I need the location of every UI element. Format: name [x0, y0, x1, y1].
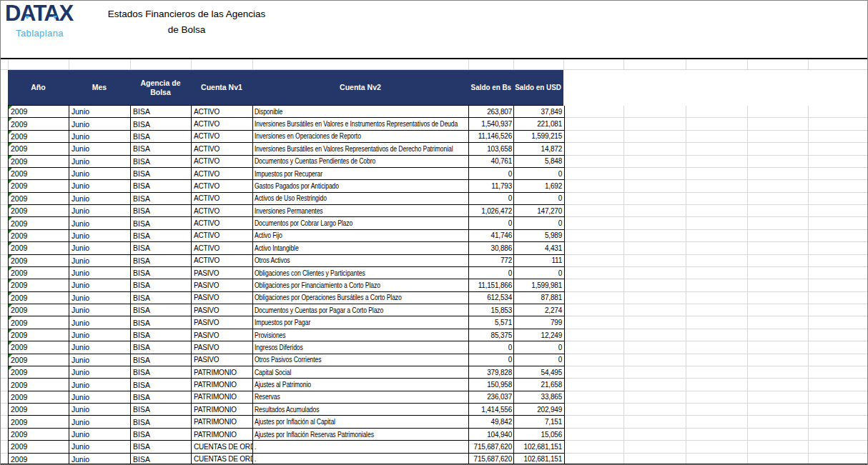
- cell-agencia[interactable]: BISA: [131, 441, 192, 452]
- cell-agencia[interactable]: BISA: [131, 193, 192, 204]
- cell-mes[interactable]: Junio: [69, 205, 131, 216]
- cell-nv1[interactable]: ACTIVO: [192, 168, 253, 179]
- cell-usd[interactable]: 0: [514, 193, 564, 204]
- cell-usd[interactable]: 37,849: [514, 106, 564, 117]
- cell-ano[interactable]: 2009: [9, 292, 69, 304]
- cell-usd[interactable]: 1,599,215: [514, 131, 564, 142]
- cell-nv1[interactable]: PATRIMONIO: [192, 379, 253, 390]
- sheet-grid[interactable]: 2009JunioBISAACTIVODisponible263,80737,8…: [1, 106, 867, 465]
- column-header-saldo-bs[interactable]: Saldo en Bs: [468, 70, 513, 105]
- cell-agencia[interactable]: BISA: [131, 267, 192, 279]
- cell-agencia[interactable]: BISA: [131, 316, 192, 328]
- cell-mes[interactable]: Junio: [69, 391, 131, 403]
- cell-nv2[interactable]: .: [253, 441, 469, 452]
- cell-nv1[interactable]: ACTIVO: [192, 118, 253, 129]
- cell-nv1[interactable]: PASIVO: [192, 329, 253, 341]
- cell-agencia[interactable]: BISA: [131, 156, 192, 167]
- cell-mes[interactable]: Junio: [69, 354, 131, 366]
- cell-mes[interactable]: Junio: [69, 404, 131, 415]
- cell-ano[interactable]: 2009: [9, 217, 69, 229]
- cell-usd[interactable]: 221,081: [514, 118, 564, 129]
- cell-nv2[interactable]: Impuestos por Recuperar: [253, 168, 469, 179]
- cell-usd[interactable]: 799: [514, 316, 564, 328]
- cell-mes[interactable]: Junio: [69, 416, 131, 427]
- cell-usd[interactable]: 5,989: [514, 230, 564, 241]
- cell-agencia[interactable]: BISA: [131, 168, 192, 179]
- cell-usd[interactable]: 0: [514, 341, 564, 353]
- cell-usd[interactable]: 54,495: [514, 366, 564, 378]
- cell-ano[interactable]: 2009: [9, 131, 69, 142]
- cell-bs[interactable]: 0: [469, 354, 514, 366]
- cell-nv1[interactable]: PATRIMONIO: [192, 429, 253, 440]
- cell-mes[interactable]: Junio: [69, 329, 131, 341]
- cell-bs[interactable]: 715,687,620: [469, 441, 514, 452]
- cell-ano[interactable]: 2009: [9, 143, 69, 154]
- cell-usd[interactable]: 111: [514, 255, 564, 266]
- cell-nv2[interactable]: Documentos y Cuentas por Pagar a Corto P…: [253, 304, 469, 316]
- cell-ano[interactable]: 2009: [9, 230, 69, 241]
- cell-agencia[interactable]: BISA: [131, 429, 192, 440]
- cell-nv2[interactable]: Inversiones Bursátiles en Valores e Inst…: [253, 118, 469, 129]
- cell-mes[interactable]: Junio: [69, 230, 131, 241]
- cell-nv2[interactable]: Ajustes al Patrimonio: [253, 379, 469, 390]
- cell-bs[interactable]: 0: [469, 193, 514, 204]
- cell-mes[interactable]: Junio: [69, 429, 131, 440]
- cell-bs[interactable]: 5,571: [469, 316, 514, 328]
- cell-agencia[interactable]: BISA: [131, 143, 192, 154]
- column-header-ano[interactable]: Año: [8, 70, 69, 105]
- cell-ano[interactable]: 2009: [9, 180, 69, 191]
- cell-mes[interactable]: Junio: [69, 180, 131, 191]
- cell-mes[interactable]: Junio: [69, 168, 131, 179]
- cell-nv1[interactable]: ACTIVO: [192, 217, 253, 229]
- cell-mes[interactable]: Junio: [69, 242, 131, 254]
- cell-ano[interactable]: 2009: [9, 429, 69, 440]
- cell-usd[interactable]: 14,872: [514, 143, 564, 154]
- cell-nv2[interactable]: Obligaciones por Financiamiento a Corto …: [253, 279, 469, 291]
- cell-bs[interactable]: 11,151,866: [469, 279, 514, 291]
- cell-nv2[interactable]: Gastos Pagados por Anticipado: [253, 180, 469, 191]
- cell-nv2[interactable]: Disponible: [253, 106, 469, 117]
- cell-agencia[interactable]: BISA: [131, 230, 192, 241]
- cell-bs[interactable]: 30,886: [469, 242, 514, 254]
- cell-bs[interactable]: 612,534: [469, 292, 514, 304]
- cell-ano[interactable]: 2009: [9, 267, 69, 279]
- cell-mes[interactable]: Junio: [69, 267, 131, 279]
- cell-nv2[interactable]: Resultados Acumulados: [253, 404, 469, 415]
- cell-ano[interactable]: 2009: [9, 156, 69, 167]
- cell-nv1[interactable]: PASIVO: [192, 267, 253, 279]
- cell-mes[interactable]: Junio: [69, 143, 131, 154]
- cell-usd[interactable]: 102,681,151: [514, 441, 564, 452]
- cell-nv1[interactable]: ACTIVO: [192, 131, 253, 142]
- cell-nv2[interactable]: Reservas: [253, 391, 469, 403]
- cell-ano[interactable]: 2009: [9, 379, 69, 390]
- cell-bs[interactable]: 104,940: [469, 429, 514, 440]
- cell-ano[interactable]: 2009: [9, 329, 69, 341]
- cell-ano[interactable]: 2009: [9, 441, 69, 452]
- column-header-cuenta-nv1[interactable]: Cuenta Nv1: [191, 70, 252, 105]
- cell-nv1[interactable]: ACTIVO: [192, 193, 253, 204]
- cell-nv2[interactable]: Impuestos por Pagar: [253, 316, 469, 328]
- cell-nv1[interactable]: ACTIVO: [192, 205, 253, 216]
- cell-mes[interactable]: Junio: [69, 156, 131, 167]
- cell-bs[interactable]: 379,828: [469, 366, 514, 378]
- cell-mes[interactable]: Junio: [69, 366, 131, 378]
- cell-usd[interactable]: 0: [514, 217, 564, 229]
- cell-nv2[interactable]: Documentos y Cuentas Pendientes de Cobro: [253, 156, 469, 167]
- cell-nv1[interactable]: ACTIVO: [192, 242, 253, 254]
- cell-bs[interactable]: 150,958: [469, 379, 514, 390]
- cell-usd[interactable]: 0: [514, 354, 564, 366]
- cell-ano[interactable]: 2009: [9, 316, 69, 328]
- cell-ano[interactable]: 2009: [9, 404, 69, 415]
- cell-nv1[interactable]: PASIVO: [192, 304, 253, 316]
- cell-agencia[interactable]: BISA: [131, 255, 192, 266]
- cell-ano[interactable]: 2009: [9, 118, 69, 129]
- cell-nv1[interactable]: PASIVO: [192, 279, 253, 291]
- cell-bs[interactable]: 772: [469, 255, 514, 266]
- cell-bs[interactable]: 41,746: [469, 230, 514, 241]
- cell-usd[interactable]: 0: [514, 267, 564, 279]
- cell-nv1[interactable]: PASIVO: [192, 354, 253, 366]
- cell-usd[interactable]: 15,056: [514, 429, 564, 440]
- cell-usd[interactable]: 202,949: [514, 404, 564, 415]
- cell-agencia[interactable]: BISA: [131, 366, 192, 378]
- cell-ano[interactable]: 2009: [9, 391, 69, 403]
